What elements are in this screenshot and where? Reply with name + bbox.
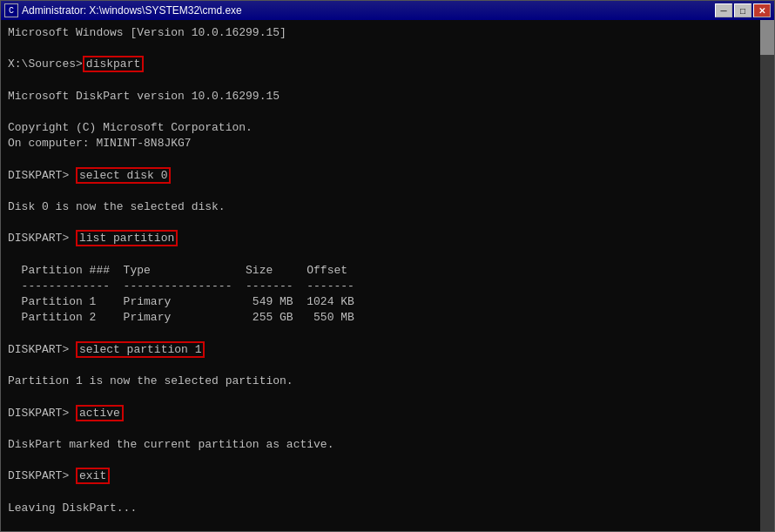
minimize-button[interactable]: ─ <box>715 3 732 17</box>
line-select-partition: DISKPART> select partition 1 <box>8 342 767 358</box>
line-blank-13 <box>8 484 767 500</box>
line-partition-2: Partition 2 Primary 255 GB 550 MB <box>8 310 767 326</box>
line-blank-9 <box>8 358 767 374</box>
console-body: Microsoft Windows [Version 10.0.16299.15… <box>1 20 774 531</box>
title-bar: C Administrator: X:\windows\SYSTEM32\cmd… <box>1 1 774 20</box>
line-blank-12 <box>8 453 767 468</box>
line-active-result: DiskPart marked the current partition as… <box>8 437 767 453</box>
line-partition-selected: Partition 1 is now the selected partitio… <box>8 374 767 389</box>
line-blank-1 <box>8 41 767 57</box>
line-blank-5 <box>8 184 767 199</box>
line-computer: On computer: MININT-8N8JKG7 <box>8 136 767 152</box>
line-copyright: Copyright (C) Microsoft Corporation. <box>8 120 767 136</box>
close-button[interactable]: ✕ <box>753 3 771 17</box>
scrollbar[interactable] <box>760 20 774 531</box>
cmd-highlight-listpart: list partition <box>76 230 178 246</box>
cmd-window: C Administrator: X:\windows\SYSTEM32\cmd… <box>0 0 775 532</box>
line-blank-8 <box>8 327 767 342</box>
cmd-highlight-diskpart: diskpart <box>83 56 144 72</box>
title-bar-left: C Administrator: X:\windows\SYSTEM32\cmd… <box>4 3 242 17</box>
window-controls: ─ □ ✕ <box>715 3 771 17</box>
maximize-button[interactable]: □ <box>734 3 751 17</box>
line-blank-4 <box>8 152 767 168</box>
line-blank-10 <box>8 389 767 405</box>
cmd-highlight-active: active <box>76 405 124 421</box>
window-title: Administrator: X:\windows\SYSTEM32\cmd.e… <box>22 4 242 17</box>
line-blank-14 <box>8 516 767 531</box>
line-diskpart-cmd: X:\Sources>diskpart <box>8 57 767 72</box>
console-output: Microsoft Windows [Version 10.0.16299.15… <box>8 25 767 531</box>
line-blank-2 <box>8 73 767 89</box>
cmd-icon: C <box>4 3 18 17</box>
line-blank-6 <box>8 215 767 231</box>
line-blank-7 <box>8 247 767 263</box>
line-list-partition: DISKPART> list partition <box>8 231 767 246</box>
line-disk-selected: Disk 0 is now the selected disk. <box>8 199 767 215</box>
line-diskpart-version: Microsoft DiskPart version 10.0.16299.15 <box>8 89 767 104</box>
line-blank-3 <box>8 104 767 120</box>
line-select-disk: DISKPART> select disk 0 <box>8 168 767 184</box>
line-leaving: Leaving DiskPart... <box>8 501 767 516</box>
line-partition-1: Partition 1 Primary 549 MB 1024 KB <box>8 294 767 310</box>
line-active-cmd: DISKPART> active <box>8 406 767 421</box>
line-1: Microsoft Windows [Version 10.0.16299.15… <box>8 25 767 41</box>
line-exit-cmd: DISKPART> exit <box>8 468 767 484</box>
cmd-highlight-selectpart: select partition 1 <box>76 341 205 358</box>
line-table-divider: ------------- ---------------- ------- -… <box>8 279 767 294</box>
cmd-highlight-exit: exit <box>76 468 110 484</box>
scrollbar-thumb[interactable] <box>760 20 774 55</box>
line-table-header: Partition ### Type Size Offset <box>8 263 767 279</box>
line-blank-11 <box>8 421 767 437</box>
cmd-highlight-selectdisk: select disk 0 <box>76 167 171 184</box>
